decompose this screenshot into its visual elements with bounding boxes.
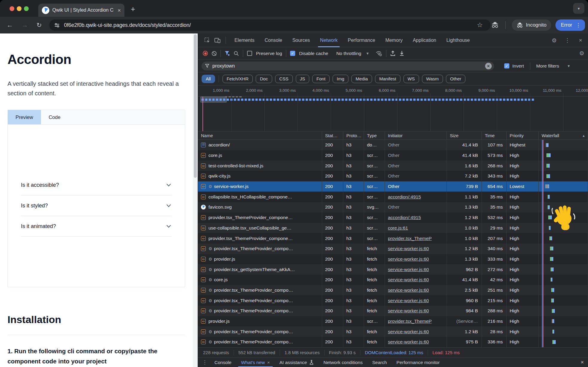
invert-filter-checkbox[interactable]: ✓ bbox=[504, 63, 509, 68]
tab-preview[interactable]: Preview bbox=[8, 110, 41, 124]
import-har-icon[interactable] bbox=[390, 51, 395, 56]
column-header-waterfall[interactable]: Waterfall▲ bbox=[539, 131, 588, 140]
devtools-settings-icon[interactable]: ⚙ bbox=[550, 36, 559, 45]
initiator-link[interactable]: service-worker.js:60 bbox=[388, 339, 429, 345]
tab-close-icon[interactable]: × bbox=[118, 7, 121, 13]
filter-chip-ws[interactable]: WS bbox=[403, 75, 419, 83]
device-toolbar-icon[interactable] bbox=[213, 36, 222, 45]
reload-icon[interactable]: ↻ bbox=[36, 22, 42, 29]
table-row[interactable]: ‹›⚙provider.tsx_ThemeProvider_compo…200h… bbox=[198, 244, 588, 254]
chevron-down-icon[interactable]: ▼ bbox=[567, 64, 570, 68]
bookmark-star-icon[interactable]: ☆ bbox=[477, 21, 483, 29]
drawer-tab-search[interactable]: Search bbox=[367, 358, 392, 367]
table-row[interactable]: ‹›provider.js200h3scr…provider.tsx_Theme… bbox=[198, 316, 588, 327]
tab-code[interactable]: Code bbox=[41, 110, 68, 124]
devtools-tab-performance[interactable]: Performance bbox=[343, 33, 380, 47]
accordion-item-is-it-accessible[interactable]: Is it accessible? bbox=[21, 175, 172, 195]
initiator-link[interactable]: service-worker.js:60 bbox=[388, 246, 429, 251]
table-row[interactable]: ‹›⚙provider.js200h3fetchservice-worker.j… bbox=[198, 254, 588, 264]
disable-cache-checkbox[interactable]: ✓ bbox=[290, 51, 295, 56]
filter-chip-wasm[interactable]: Wasm bbox=[422, 75, 443, 83]
export-har-icon[interactable] bbox=[399, 51, 404, 56]
forward-icon[interactable]: → bbox=[22, 21, 28, 29]
table-row[interactable]: ‹›use-collapsible.tsx_useCollapsible_ge…… bbox=[198, 223, 588, 233]
table-row[interactable]: ‹›⚙provider.tsx_ThemeProvider_compo…200h… bbox=[198, 337, 588, 347]
table-row[interactable]: accordion/200h3do…Other41.4 kB107 msHigh… bbox=[198, 140, 588, 150]
initiator-link[interactable]: service-worker.js:60 bbox=[388, 256, 429, 262]
column-header-size[interactable]: Size bbox=[447, 131, 482, 140]
column-header-stat[interactable]: Stat… bbox=[322, 131, 343, 140]
table-row[interactable]: ‹›provider.tsx_ThemeProvider_compone…200… bbox=[198, 233, 588, 244]
search-icon[interactable] bbox=[234, 51, 239, 56]
initiator-link[interactable]: core.js:61 bbox=[388, 225, 408, 231]
drawer-menu-icon[interactable]: ⋮ bbox=[202, 359, 207, 366]
filter-input[interactable]: proxytown × bbox=[202, 62, 494, 71]
page-scrollbar[interactable] bbox=[193, 33, 198, 367]
url-bar[interactable]: 0f6e2f0b.qwik-ui-site.pages.dev/docs/sty… bbox=[49, 19, 490, 31]
scrollbar-thumb[interactable] bbox=[194, 34, 197, 178]
initiator-link[interactable]: service-worker.js:60 bbox=[388, 329, 429, 334]
clear-filter-icon[interactable]: × bbox=[485, 63, 492, 69]
devtools-tab-network[interactable]: Network bbox=[315, 33, 343, 47]
new-tab-button[interactable]: + bbox=[131, 4, 135, 14]
column-header-priority[interactable]: Priority bbox=[507, 131, 539, 140]
close-icon[interactable]: × bbox=[267, 360, 270, 365]
tab-search-button[interactable]: ▾ bbox=[573, 3, 584, 14]
initiator-link[interactable]: service-worker.js:60 bbox=[388, 267, 429, 272]
filter-chip-manifest[interactable]: Manifest bbox=[375, 75, 400, 83]
table-row[interactable]: ‹›⚙provider.tsx_getSystemTheme_aKkA…200h… bbox=[198, 264, 588, 275]
inspect-element-icon[interactable] bbox=[203, 36, 212, 45]
table-row[interactable]: ‹›core.js200h3scr…Other41.4 kB573 msHigh bbox=[198, 150, 588, 161]
initiator-link[interactable]: accordion/:4915 bbox=[388, 215, 421, 220]
minimize-window-button[interactable] bbox=[17, 6, 22, 11]
initiator-link[interactable]: service-worker.js:60 bbox=[388, 298, 429, 303]
chevron-down-icon[interactable]: ▼ bbox=[366, 51, 369, 56]
initiator-link[interactable]: provider.tsx_ThemeP bbox=[388, 236, 432, 241]
table-row[interactable]: favicon.svg200h3svg…Other1.3 kB35 msHigh bbox=[198, 202, 588, 212]
network-settings-icon[interactable]: ⚙ bbox=[577, 49, 586, 58]
column-header-proto[interactable]: Proto… bbox=[343, 131, 364, 140]
filter-chip-media[interactable]: Media bbox=[351, 75, 372, 83]
devtools-close-icon[interactable]: × bbox=[576, 36, 585, 45]
filter-chip-fetch-xhr[interactable]: Fetch/XHR bbox=[223, 75, 253, 83]
close-window-button[interactable] bbox=[10, 6, 14, 11]
error-button[interactable]: Error ⋮ bbox=[555, 19, 585, 31]
browser-menu-icon[interactable]: ⋮ bbox=[576, 22, 581, 28]
devtools-tab-application[interactable]: Application bbox=[408, 33, 441, 47]
accordion-item-is-it-animated[interactable]: Is it animated? bbox=[21, 216, 172, 237]
accordion-item-is-it-styled[interactable]: Is it styled? bbox=[21, 195, 172, 216]
initiator-link[interactable]: accordion/:4915 bbox=[388, 194, 421, 200]
initiator-link[interactable]: provider.tsx_ThemeP bbox=[388, 319, 432, 324]
initiator-link[interactable]: service-worker.js:60 bbox=[388, 288, 429, 293]
filter-icon[interactable] bbox=[225, 51, 230, 56]
throttling-select[interactable]: No throttling bbox=[336, 51, 361, 56]
column-header-name[interactable]: Name bbox=[198, 131, 322, 140]
filter-chip-font[interactable]: Font bbox=[312, 75, 330, 83]
column-header-initiator[interactable]: Initiator bbox=[385, 131, 447, 140]
back-icon[interactable]: ← bbox=[7, 21, 13, 29]
devtools-menu-icon[interactable]: ⋮ bbox=[563, 36, 572, 45]
devtools-tab-elements[interactable]: Elements bbox=[229, 33, 260, 47]
drawer-tab-what-s-new[interactable]: What's new× bbox=[236, 358, 275, 367]
more-filters-button[interactable]: More filters bbox=[536, 63, 559, 69]
filter-chip-doc[interactable]: Doc bbox=[256, 75, 272, 83]
table-row[interactable]: ‹›provider.tsx_ThemeProvider_compone…200… bbox=[198, 212, 588, 223]
site-settings-icon[interactable] bbox=[54, 22, 60, 28]
filter-chip-js[interactable]: JS bbox=[296, 75, 310, 83]
filter-chip-css[interactable]: CSS bbox=[275, 75, 293, 83]
preserve-log-checkbox[interactable] bbox=[247, 51, 252, 56]
drawer-close-icon[interactable]: × bbox=[581, 359, 584, 366]
drawer-tab-ai-assistance[interactable]: AI assistance bbox=[275, 358, 319, 367]
filter-chip-all[interactable]: All bbox=[202, 75, 215, 83]
table-row[interactable]: ‹›⚙service-worker.js200h3scr…Other739 B6… bbox=[198, 181, 588, 192]
table-row[interactable]: ‹›⚙core.js200h3fetchservice-worker.js:60… bbox=[198, 275, 588, 285]
table-row[interactable]: ‹›collapsible.tsx_HCollapsible_compone…2… bbox=[198, 192, 588, 202]
initiator-link[interactable]: service-worker.js:60 bbox=[388, 308, 429, 314]
clear-network-log-icon[interactable] bbox=[212, 51, 217, 56]
table-row[interactable]: ‹›⚙provider.tsx_ThemeProvider_compo…200h… bbox=[198, 306, 588, 316]
browser-tab[interactable]: Qwik UI | Styled Accordion Co × bbox=[38, 4, 124, 17]
drawer-tab-console[interactable]: Console bbox=[210, 358, 236, 367]
column-header-type[interactable]: Type bbox=[364, 131, 385, 140]
table-row[interactable]: ‹›⚙provider.tsx_ThemeProvider_compo…200h… bbox=[198, 285, 588, 296]
zoom-window-button[interactable] bbox=[24, 6, 29, 11]
